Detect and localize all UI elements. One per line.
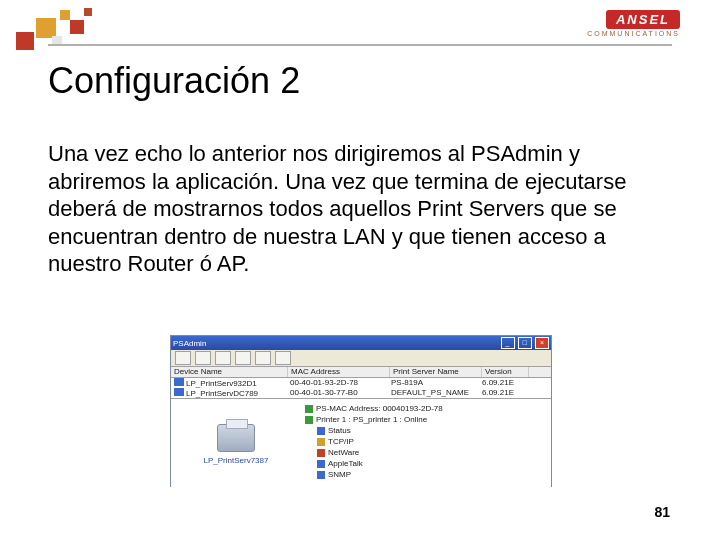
- tree-item[interactable]: Printer 1 : PS_printer 1 : Online: [305, 414, 547, 425]
- psadmin-window: PSAdmin _ □ × Device Name MAC Address Pr…: [170, 335, 552, 487]
- col-version: Version: [482, 367, 529, 377]
- toolbar: [171, 350, 551, 367]
- tree-item[interactable]: NetWare: [305, 447, 547, 458]
- printer-icon: [217, 424, 255, 452]
- slide-body-text: Una vez echo lo anterior nos dirigiremos…: [48, 140, 668, 278]
- brand-name: ANSEL: [606, 10, 680, 29]
- tree-item[interactable]: PS-MAC Address: 00040193-2D-78: [305, 403, 547, 414]
- toolbar-btn-4[interactable]: [235, 351, 251, 365]
- header-rule: [48, 44, 672, 46]
- header-decoration: [8, 8, 128, 48]
- close-icon[interactable]: ×: [535, 337, 549, 349]
- list-rows: LP_PrintServ932D1 00-40-01-93-2D-78 PS-8…: [171, 378, 551, 398]
- brand-subtitle: COMMUNICATIONS: [587, 30, 680, 37]
- tree-icon: [317, 438, 325, 446]
- list-header: Device Name MAC Address Print Server Nam…: [171, 367, 551, 378]
- tree-icon: [305, 416, 313, 424]
- col-device-name: Device Name: [171, 367, 288, 377]
- tree-item[interactable]: SNMP: [305, 469, 547, 480]
- slide-title: Configuración 2: [48, 60, 300, 102]
- brand-logo: ANSEL COMMUNICATIONS: [587, 10, 680, 37]
- tree-icon: [317, 449, 325, 457]
- detail-tree: PS-MAC Address: 00040193-2D-78 Printer 1…: [301, 399, 551, 489]
- tree-icon: [317, 460, 325, 468]
- toolbar-btn-6[interactable]: [275, 351, 291, 365]
- tree-icon: [305, 405, 313, 413]
- toolbar-btn-5[interactable]: [255, 351, 271, 365]
- device-icon: [174, 388, 184, 396]
- minimize-icon[interactable]: _: [501, 337, 515, 349]
- tree-item[interactable]: AppleTalk: [305, 458, 547, 469]
- tree-icon: [317, 471, 325, 479]
- tree-item[interactable]: Status: [305, 425, 547, 436]
- toolbar-btn-2[interactable]: [195, 351, 211, 365]
- list-row[interactable]: LP_PrintServ932D1 00-40-01-93-2D-78 PS-8…: [171, 378, 551, 388]
- window-titlebar: PSAdmin _ □ ×: [171, 336, 551, 350]
- list-row[interactable]: LP_PrintServDC789 00-40-01-30-77-B0 DEFA…: [171, 388, 551, 398]
- window-title: PSAdmin: [173, 339, 206, 348]
- col-mac: MAC Address: [288, 367, 390, 377]
- tree-icon: [317, 427, 325, 435]
- detail-device-label: LP_PrintServ7387: [204, 456, 269, 465]
- col-ps-name: Print Server Name: [390, 367, 482, 377]
- detail-left: LP_PrintServ7387: [171, 399, 301, 489]
- detail-pane: LP_PrintServ7387 PS-MAC Address: 0004019…: [171, 398, 551, 489]
- tree-item[interactable]: TCP/IP: [305, 436, 547, 447]
- toolbar-btn-1[interactable]: [175, 351, 191, 365]
- window-buttons: _ □ ×: [500, 337, 549, 349]
- page-number: 81: [654, 504, 670, 520]
- toolbar-btn-3[interactable]: [215, 351, 231, 365]
- maximize-icon[interactable]: □: [518, 337, 532, 349]
- device-icon: [174, 378, 184, 386]
